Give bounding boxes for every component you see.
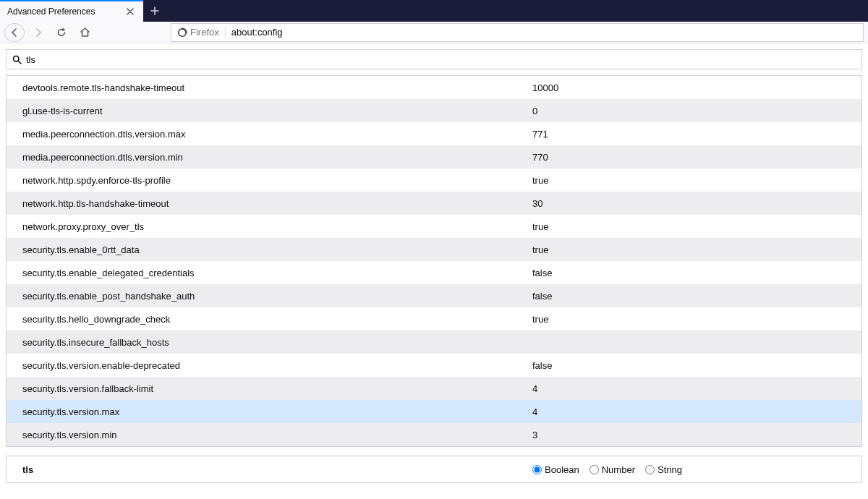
pref-value: true [532,221,677,232]
pref-name: security.tls.version.min [22,430,532,440]
new-tab-button[interactable] [143,0,166,22]
type-radio-boolean[interactable]: Boolean [532,464,579,475]
radio-label-string: String [658,464,682,475]
add-pref-name: tls [22,464,532,475]
pref-value: 770 [532,152,677,163]
radio-input-number[interactable] [590,465,599,474]
pref-value: 30 [532,198,677,209]
pref-row[interactable]: security.tls.enable_delegated_credential… [7,261,861,284]
pref-name: gl.use-tls-is-current [22,106,532,116]
pref-row[interactable]: security.tls.version.enable-deprecatedfa… [7,354,861,377]
pref-value: true [532,244,677,255]
pref-name: media.peerconnection.dtls.version.max [22,129,532,140]
pref-row[interactable]: security.tls.hello_downgrade_checktrue [7,307,861,330]
pref-name: network.http.tls-handshake-timeout [22,198,532,209]
tab-title: Advanced Preferences [7,7,124,17]
reload-button[interactable] [52,23,71,42]
forward-button[interactable] [29,23,48,42]
pref-value: false [532,360,677,371]
nav-toolbar: Firefox about:config [0,22,868,43]
close-tab-icon[interactable] [124,6,136,17]
pref-name: security.tls.enable_0rtt_data [22,244,532,255]
pref-row[interactable]: media.peerconnection.dtls.version.max771 [7,122,861,145]
add-pref-row: tls Boolean Number String [7,456,861,482]
type-radio-string[interactable]: String [645,464,682,475]
identity-box[interactable]: Firefox [177,27,226,38]
pref-row[interactable]: devtools.remote.tls-handshake-timeout100… [7,76,861,99]
pref-row[interactable]: security.tls.enable_post_handshake_authf… [7,284,861,307]
pref-value: 4 [532,383,677,394]
radio-label-number: Number [602,464,635,475]
pref-value: false [532,291,677,302]
url-bar[interactable]: Firefox about:config [171,23,864,42]
pref-row[interactable]: network.http.tls-handshake-timeout30 [7,192,861,215]
pref-row[interactable]: network.http.spdy.enforce-tls-profiletru… [7,169,861,192]
search-icon [12,55,22,64]
pref-row[interactable]: security.tls.version.fallback-limit4 [7,377,861,400]
pref-name: security.tls.version.max [22,406,532,417]
firefox-logo-icon [177,27,187,38]
home-button[interactable] [75,23,94,42]
pref-name: media.peerconnection.dtls.version.min [22,152,532,163]
pref-name: security.tls.insecure_fallback_hosts [22,337,532,348]
radio-input-boolean[interactable] [532,465,542,474]
pref-name: security.tls.enable_post_handshake_auth [22,291,532,302]
search-bar[interactable] [6,49,862,69]
pref-table: devtools.remote.tls-handshake-timeout100… [6,75,862,447]
pref-name: security.tls.version.enable-deprecated [22,360,532,371]
url-text: about:config [231,27,283,38]
type-radio-group: Boolean Number String [532,464,682,475]
radio-input-string[interactable] [645,465,655,474]
search-input[interactable] [26,54,856,65]
identity-label: Firefox [190,27,219,38]
pref-value: true [532,175,677,186]
browser-tab[interactable]: Advanced Preferences [0,0,143,22]
pref-row[interactable]: security.tls.enable_0rtt_datatrue [7,238,861,261]
pref-value: 10000 [532,82,677,93]
pref-row[interactable]: network.proxy.proxy_over_tlstrue [7,215,861,238]
pref-row[interactable]: security.tls.insecure_fallback_hosts [7,330,861,354]
pref-value: false [532,268,677,278]
pref-value: 3 [532,430,677,440]
radio-label-boolean: Boolean [545,464,579,475]
pref-name: security.tls.hello_downgrade_check [22,314,532,325]
pref-row[interactable]: security.tls.version.min3 [7,423,861,446]
pref-value: 0 [532,106,677,116]
type-radio-number[interactable]: Number [590,464,635,475]
add-pref-area: tls Boolean Number String [6,456,862,483]
pref-value: 771 [532,129,677,140]
pref-name: network.proxy.proxy_over_tls [22,221,532,232]
pref-name: security.tls.enable_delegated_credential… [22,268,532,278]
search-area [0,43,868,75]
pref-name: network.http.spdy.enforce-tls-profile [22,175,532,186]
back-button[interactable] [4,23,25,42]
pref-row[interactable]: security.tls.version.max4 [7,400,861,423]
pref-row[interactable]: media.peerconnection.dtls.version.min770 [7,145,861,169]
tab-strip: Advanced Preferences [0,0,868,22]
pref-value: 4 [532,406,677,417]
pref-row[interactable]: gl.use-tls-is-current0 [7,99,861,122]
pref-name: security.tls.version.fallback-limit [22,383,532,394]
pref-name: devtools.remote.tls-handshake-timeout [22,82,532,93]
pref-value: true [532,314,677,325]
